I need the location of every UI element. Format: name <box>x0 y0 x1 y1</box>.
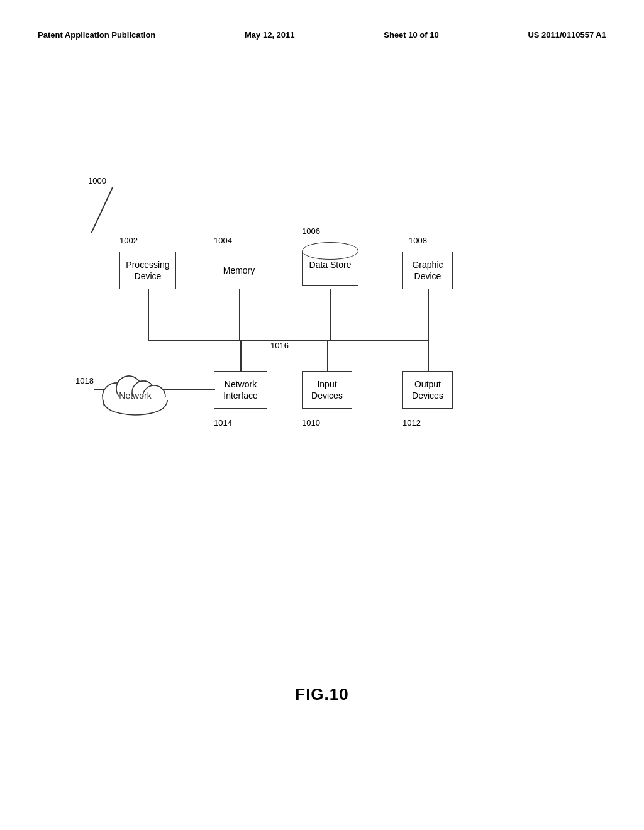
network-interface-label: NetworkInterface <box>223 379 257 401</box>
connector-input-v <box>327 340 328 372</box>
processing-device-label: ProcessingDevice <box>126 259 169 282</box>
ref-1014: 1014 <box>214 418 232 428</box>
header-publication: Patent Application Publication <box>38 30 155 40</box>
memory-label: Memory <box>223 265 255 276</box>
label-1000: 1000 <box>88 176 106 185</box>
connector-datastore-v <box>330 289 331 341</box>
connector-processing-v <box>148 289 149 341</box>
ref-1012: 1012 <box>402 418 421 428</box>
graphic-device-box: GraphicDevice <box>402 252 453 289</box>
ref-1006: 1006 <box>302 226 320 236</box>
header-patent: US 2011/0110557 A1 <box>528 30 606 40</box>
connector-output-v <box>428 340 429 372</box>
input-devices-box: InputDevices <box>302 371 352 409</box>
network-interface-box: NetworkInterface <box>214 371 267 409</box>
figure-caption: FIG.10 <box>0 685 644 704</box>
connector-memory-v <box>239 289 240 341</box>
input-devices-label: InputDevices <box>311 379 343 401</box>
arrow-1000 <box>91 187 113 233</box>
ref-1008: 1008 <box>409 236 427 245</box>
graphic-device-label: GraphicDevice <box>412 259 443 282</box>
network-cloud: Network <box>94 362 176 419</box>
memory-box: Memory <box>214 252 264 289</box>
ref-1018: 1018 <box>75 376 94 385</box>
cylinder-top <box>302 242 358 260</box>
page-header: Patent Application Publication May 12, 2… <box>0 30 644 40</box>
connector-ni-v <box>240 340 242 372</box>
cloud-svg: Network <box>94 362 176 419</box>
header-date: May 12, 2011 <box>245 30 295 40</box>
processing-device-box: ProcessingDevice <box>119 252 176 289</box>
ref-1004: 1004 <box>214 236 232 245</box>
data-store-cylinder: Data Store <box>302 242 358 289</box>
ref-1010: 1010 <box>302 418 320 428</box>
connector-graphic-v <box>428 289 429 341</box>
data-store-label: Data Store <box>302 260 358 270</box>
header-sheet: Sheet 10 of 10 <box>384 30 438 40</box>
output-devices-label: OutputDevices <box>412 379 443 401</box>
diagram: 1000 1002 1004 1006 1008 ProcessingDevic… <box>75 176 566 553</box>
output-devices-box: OutputDevices <box>402 371 453 409</box>
ref-1016: 1016 <box>270 341 289 350</box>
svg-text:Network: Network <box>119 390 152 401</box>
ref-1002: 1002 <box>119 236 138 245</box>
